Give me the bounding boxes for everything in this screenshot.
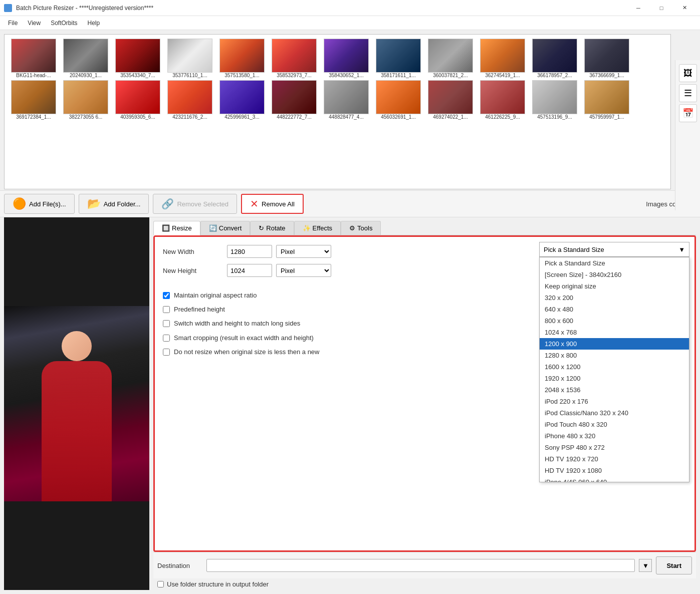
remove-all-button[interactable]: ✕ Remove All [241, 194, 304, 214]
sidebar-list-icon-button[interactable]: ☰ [679, 84, 697, 102]
new-width-input[interactable] [227, 245, 272, 258]
standard-size-item[interactable]: 1920 x 1200 [540, 373, 689, 384]
standard-size-item[interactable]: 800 x 600 [540, 315, 689, 327]
gallery-item[interactable]: 457513196_9... [530, 80, 580, 120]
smart-cropping-checkbox[interactable] [163, 335, 170, 342]
gallery-item[interactable]: 369172384_1... [9, 80, 59, 120]
standard-size-item[interactable]: 2048 x 1536 [540, 384, 689, 396]
gallery-item[interactable]: 366178957_2... [530, 39, 580, 78]
gallery-item[interactable]: 403959305_6... [113, 80, 163, 120]
gallery-item[interactable]: 353776110_1... [165, 39, 215, 78]
gallery-item[interactable]: 358171611_1... [373, 39, 423, 78]
gallery-item[interactable]: 382273055 6... [61, 80, 111, 120]
gallery-item[interactable]: 360037821_2... [425, 39, 476, 78]
menu-view[interactable]: View [24, 18, 45, 29]
gallery-item[interactable]: BKG11-head-... [9, 39, 59, 78]
image-thumb [584, 80, 629, 114]
predefined-height-checkbox[interactable] [163, 306, 170, 313]
standard-size-item[interactable]: HD TV 1920 x 1080 [540, 465, 689, 476]
gallery-item[interactable]: 469274022_1... [425, 80, 476, 120]
standard-size-item[interactable]: iPhone 480 x 320 [540, 430, 689, 442]
image-label: 425996961_3... [217, 114, 267, 120]
gallery-item[interactable]: 362745419_1... [478, 39, 528, 78]
standard-size-item[interactable]: iPod Touch 480 x 320 [540, 419, 689, 430]
maintain-aspect-checkbox[interactable] [163, 292, 170, 299]
standard-size-item[interactable]: 1200 x 900 [540, 338, 689, 350]
tab-convert[interactable]: 🔄 Convert [200, 221, 251, 235]
titlebar-left: Batch Picture Resizer - ****Unregistered… [4, 4, 153, 12]
tab-tools[interactable]: ⚙ Tools [341, 221, 381, 235]
smart-cropping-label[interactable]: Smart cropping (result in exact width an… [174, 334, 314, 343]
gallery-item[interactable]: 456032691_1... [373, 80, 423, 120]
standard-size-item[interactable]: 1024 x 768 [540, 327, 689, 338]
standard-size-item[interactable]: Pick a Standard Size [540, 257, 689, 269]
menu-help[interactable]: Help [84, 18, 104, 29]
switch-width-height-label[interactable]: Switch width and height to match long si… [174, 319, 300, 328]
gallery-item[interactable]: 461226225_9... [478, 80, 528, 120]
rotate-tab-label: Rotate [266, 224, 285, 232]
use-folder-checkbox[interactable] [157, 581, 164, 587]
image-label: 382273055 6... [61, 114, 111, 120]
standard-size-item[interactable]: iPone 4/4S 960 x 640 [540, 476, 689, 482]
gallery-item[interactable]: 358430652_1... [321, 39, 371, 78]
image-label: 366178957_2... [530, 73, 580, 78]
image-label: 423211676_2... [165, 114, 215, 120]
standard-size-item[interactable]: iPod 220 x 176 [540, 396, 689, 407]
standard-size-item[interactable]: 1280 x 800 [540, 350, 689, 361]
tab-effects[interactable]: ✨ Effects [294, 221, 341, 235]
start-button[interactable]: Start [656, 556, 692, 574]
switch-width-height-checkbox[interactable] [163, 320, 170, 327]
gallery-item[interactable]: 353543340_7... [113, 39, 163, 78]
close-button[interactable]: ✕ [673, 0, 696, 16]
standard-size-trigger[interactable]: Pick a Standard Size ▼ [539, 242, 689, 257]
gallery-item[interactable]: 357513580_1... [217, 39, 267, 78]
sidebar-image-icon-button[interactable]: 🖼 [679, 64, 697, 82]
add-folder-button[interactable]: 📂 Add Folder... [79, 194, 149, 214]
image-thumb [376, 39, 421, 73]
destination-dropdown-button[interactable]: ▼ [639, 559, 652, 572]
standard-size-item[interactable]: 640 x 480 [540, 304, 689, 315]
image-label: 360037821_2... [425, 73, 476, 78]
remove-selected-button[interactable]: 🔗 Remove Selected [153, 194, 237, 214]
new-height-input[interactable] [227, 264, 272, 277]
destination-row: Destination ▼ Start [153, 552, 696, 578]
gallery-item[interactable]: 423211676_2... [165, 80, 215, 120]
gallery-item[interactable]: 448222772_7... [269, 80, 319, 120]
destination-input[interactable] [206, 559, 635, 572]
add-files-button[interactable]: 🟠 Add File(s)... [4, 194, 75, 214]
sidebar-calendar-icon-button[interactable]: 📅 [679, 104, 697, 122]
new-width-unit-select[interactable]: Pixel Percent cm inch [276, 245, 331, 258]
standard-size-item[interactable]: iPod Classic/Nano 320 x 240 [540, 407, 689, 419]
gallery-item[interactable]: 448828477_4... [321, 80, 371, 120]
standard-size-item[interactable]: Keep original size [540, 280, 689, 292]
maximize-button[interactable]: □ [650, 0, 673, 16]
gallery-item[interactable]: 20240930_1... [61, 39, 111, 78]
gallery-wrapper: BKG11-head-... 20240930_1... 353543340_7… [0, 30, 700, 190]
menu-softorbits[interactable]: SoftOrbits [47, 18, 81, 29]
gallery-item[interactable]: 358532973_7... [269, 39, 319, 78]
no-resize-label[interactable]: Do not resize when original size is less… [174, 348, 319, 357]
no-resize-checkbox[interactable] [163, 349, 170, 356]
standard-size-item[interactable]: Sony PSP 480 x 272 [540, 442, 689, 453]
menu-file[interactable]: File [4, 18, 22, 29]
standard-size-item[interactable]: HD TV 1920 x 720 [540, 453, 689, 465]
tab-rotate[interactable]: ↻ Rotate [250, 221, 294, 235]
titlebar-controls: ─ □ ✕ [627, 0, 696, 16]
app-icon [4, 4, 12, 12]
standard-size-item[interactable]: [Screen Size] - 3840x2160 [540, 269, 689, 280]
standard-size-item[interactable]: 1600 x 1200 [540, 361, 689, 373]
image-label: 461226225_9... [478, 114, 528, 120]
standard-size-dropdown[interactable]: Pick a Standard Size[Screen Size] - 3840… [539, 257, 689, 482]
image-thumb [219, 39, 265, 73]
new-height-unit-select[interactable]: Pixel Percent cm inch [276, 264, 331, 277]
gallery-item[interactable]: 425996961_3... [217, 80, 267, 120]
predefined-height-label[interactable]: Predefined height [174, 305, 225, 314]
standard-size-item[interactable]: 320 x 200 [540, 292, 689, 304]
tab-resize[interactable]: 🔲 Resize [153, 221, 200, 235]
minimize-button[interactable]: ─ [627, 0, 650, 16]
gallery-item[interactable]: 367366699_1... [582, 39, 632, 78]
maintain-aspect-label[interactable]: Maintain original aspect ratio [174, 291, 257, 300]
use-folder-label[interactable]: Use folder structure in output folder [167, 580, 269, 588]
gallery-area[interactable]: BKG11-head-... 20240930_1... 353543340_7… [4, 34, 671, 189]
gallery-item[interactable]: 457959997_1... [582, 80, 632, 120]
